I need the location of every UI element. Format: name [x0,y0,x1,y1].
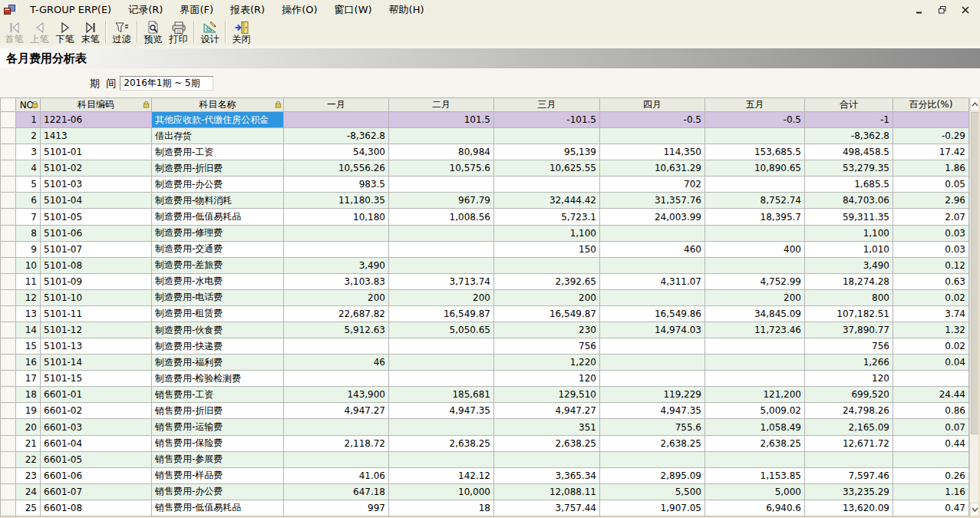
column-header-6[interactable]: 四月 [600,98,705,112]
cell[interactable]: 5,009.02 [705,403,805,419]
cell[interactable] [389,177,494,193]
column-header-2[interactable]: 科目名称 [152,98,284,112]
cell[interactable]: 5,723.1 [494,209,600,225]
cell[interactable]: 142.12 [389,467,494,483]
cell[interactable]: 10,890.65 [705,160,805,177]
cell[interactable]: 5101-09 [41,273,152,289]
cell[interactable]: 10,575.6 [389,160,494,177]
toolbar-button-last-record[interactable]: 末笔 [78,20,103,45]
cell[interactable]: 3,490 [284,257,389,273]
cell[interactable]: 13,620.09 [805,500,893,516]
cell[interactable]: 制造费用-租赁费 [152,305,284,322]
cell[interactable]: 24.44 [893,387,969,403]
cell[interactable]: 5101-14 [41,355,152,371]
cell[interactable]: 1.86 [893,160,969,177]
cell[interactable]: 制造费用-交通费 [152,241,284,257]
cell[interactable]: 1,685.5 [805,177,893,193]
cell[interactable]: 12 [16,289,41,305]
cell[interactable]: 4,947.35 [600,403,705,419]
cell[interactable]: 18 [389,500,494,516]
cell[interactable]: 5101-08 [41,257,152,273]
cell[interactable]: 17.42 [893,144,969,160]
cell[interactable] [600,289,705,305]
cell[interactable]: 17 [16,371,41,387]
cell[interactable]: 95,139 [494,144,600,160]
cell[interactable]: 120 [805,371,893,387]
cell[interactable]: 59,311.35 [805,209,893,225]
cell[interactable] [389,257,494,273]
cell[interactable]: 3,757.44 [494,500,600,516]
cell[interactable]: 2 [16,128,41,144]
cell[interactable]: 制造费用-折旧费 [152,160,284,177]
cell[interactable] [389,128,494,144]
cell[interactable]: 983.5 [284,177,389,193]
cell[interactable] [893,112,969,128]
cell[interactable]: -0.5 [705,112,805,128]
row-selector-cell[interactable] [1,177,16,193]
cell[interactable]: 10 [16,257,41,273]
cell[interactable]: 32,444.42 [494,193,600,209]
menu-item-5[interactable]: 窗口(W) [326,2,381,17]
cell[interactable] [805,451,893,467]
cell[interactable]: 2,638.25 [389,435,494,451]
cell[interactable]: 5101-02 [41,160,152,177]
row-selector-cell[interactable] [1,305,16,322]
cell[interactable] [705,355,805,371]
cell[interactable]: 5101-01 [41,144,152,160]
cell[interactable]: 19 [16,403,41,419]
cell[interactable]: 41.06 [284,467,389,483]
cell[interactable]: 33,235.29 [805,483,893,500]
cell[interactable]: -8,362.8 [284,128,389,144]
cell[interactable]: 2,118.72 [284,435,389,451]
cell[interactable]: 6601-06 [41,467,152,483]
cell[interactable]: 80,984 [389,144,494,160]
cell[interactable]: 0.63 [893,273,969,289]
cell[interactable]: 1,153.85 [705,467,805,483]
cell[interactable]: 2,165.09 [805,419,893,435]
cell[interactable]: 84,703.06 [805,193,893,209]
cell[interactable]: 967.79 [389,193,494,209]
cell[interactable] [600,257,705,273]
cell[interactable]: 9 [16,241,41,257]
cell[interactable] [600,451,705,467]
row-selector-cell[interactable] [1,144,16,160]
cell[interactable]: 5101-05 [41,209,152,225]
cell[interactable]: 5,912.63 [284,322,389,338]
row-selector-cell[interactable] [1,289,16,305]
cell[interactable]: 8 [16,225,41,241]
cell[interactable]: 22 [16,451,41,467]
cell[interactable] [705,225,805,241]
cell[interactable]: 2,638.25 [705,435,805,451]
toolbar-button-print[interactable]: 打印 [166,20,191,45]
cell[interactable]: 460 [600,241,705,257]
cell[interactable]: 21 [16,435,41,451]
cell[interactable]: 200 [705,289,805,305]
cell[interactable]: 10,625.55 [494,160,600,177]
cell[interactable] [705,257,805,273]
cell[interactable]: 销售费用-低值易耗品 [152,500,284,516]
cell[interactable]: 10,631.29 [600,160,705,177]
restore-button[interactable] [937,5,948,15]
cell[interactable] [600,371,705,387]
cell[interactable]: 11,180.35 [284,193,389,209]
column-header-1[interactable]: 科目编码 [41,98,152,112]
cell[interactable]: 销售费用-工资 [152,387,284,403]
cell[interactable] [494,257,600,273]
cell[interactable]: 5,500 [600,483,705,500]
cell[interactable]: 销售费用-样品费 [152,467,284,483]
cell[interactable]: 3 [16,144,41,160]
cell[interactable]: 16 [16,355,41,371]
row-selector-cell[interactable] [1,128,16,144]
cell[interactable]: 3.74 [893,305,969,322]
cell[interactable]: 53,279.35 [805,160,893,177]
row-selector-cell[interactable] [1,355,16,371]
menu-item-1[interactable]: 记录(R) [120,2,171,17]
cell[interactable]: 0.12 [893,257,969,273]
cell[interactable]: 18,395.7 [705,209,805,225]
cell[interactable]: 5101-11 [41,305,152,322]
cell[interactable]: 制造费用-福利费 [152,355,284,371]
cell[interactable] [600,225,705,241]
row-selector-cell[interactable] [1,160,16,177]
cell[interactable]: 制造费用-差旅费 [152,257,284,273]
cell[interactable] [494,451,600,467]
